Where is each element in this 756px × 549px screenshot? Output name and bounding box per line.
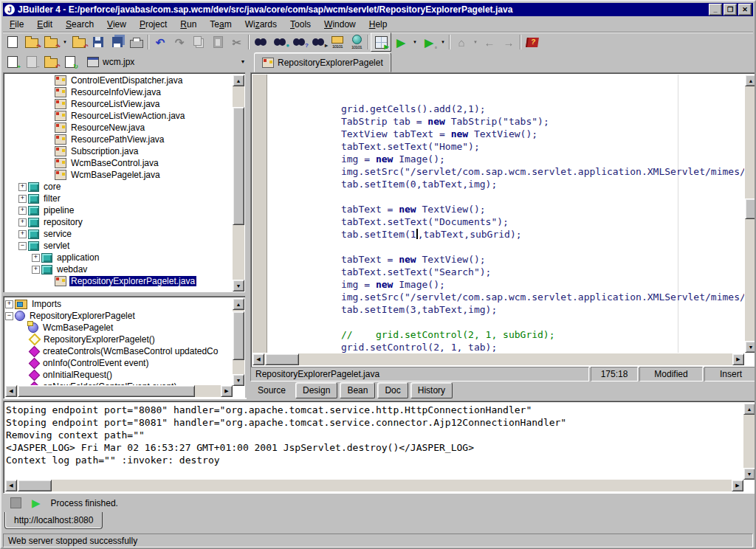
home-dropdown[interactable]: ▼ — [471, 33, 480, 51]
new-file-button[interactable] — [3, 33, 22, 51]
tab-source[interactable]: Source — [250, 382, 293, 398]
project-tree-item[interactable]: + service — [5, 228, 233, 240]
menu-wizards[interactable]: Wizards — [238, 17, 284, 32]
scroll-down-icon[interactable]: ▼ — [233, 280, 244, 291]
tree-expander[interactable]: + — [18, 207, 27, 215]
scroll-down-icon[interactable]: ▼ — [743, 468, 755, 480]
save-all-button[interactable] — [108, 33, 127, 51]
add-to-project-button[interactable]: + — [3, 53, 22, 71]
back-button[interactable]: ← — [480, 33, 499, 51]
maximize-button[interactable]: ❒ — [724, 4, 737, 15]
scroll-left-icon[interactable]: ◀ — [5, 385, 17, 397]
structure-tree-item[interactable]: onInfo(ControlEvent event) — [5, 357, 233, 369]
debug-dropdown[interactable]: ▼ — [439, 33, 447, 51]
open-project-button[interactable]: ↷ — [22, 33, 41, 51]
run-dropdown[interactable]: ▼ — [410, 33, 419, 51]
project-tree-scrollbar[interactable]: ▲ ▼ — [233, 75, 244, 291]
scroll-up-icon[interactable]: ▲ — [745, 75, 756, 86]
tree-expander[interactable]: + — [18, 183, 27, 191]
print-button[interactable] — [127, 33, 146, 51]
structure-scrollbar-vertical[interactable]: ▲ ▼ — [233, 298, 244, 386]
menu-run[interactable]: Run — [173, 17, 203, 32]
scroll-left-icon[interactable]: ◀ — [5, 480, 17, 491]
scroll-up-icon[interactable]: ▲ — [743, 403, 755, 415]
scrollbar-thumb[interactable] — [233, 311, 244, 360]
paste-button[interactable] — [208, 33, 227, 51]
console-output[interactable]: Stoping endpoint port="8080" handler="or… — [6, 404, 743, 480]
run-icon[interactable]: ▶ — [32, 497, 41, 508]
scroll-down-icon[interactable]: ▼ — [745, 341, 756, 353]
make-project-button[interactable] — [371, 32, 391, 52]
scroll-up-icon[interactable]: ▲ — [233, 75, 244, 86]
tree-expander[interactable]: + — [18, 230, 27, 238]
project-tree-item[interactable]: ResourcePathView.java — [5, 134, 233, 145]
search-source-path-button[interactable]: 10101 — [328, 33, 347, 51]
project-tree-item[interactable]: Subscription.java — [5, 145, 233, 157]
content-tab-repositoryexplorerpagelet[interactable]: RepositoryExplorerPagelet — [254, 52, 391, 72]
forward-button[interactable]: → — [499, 33, 518, 51]
remove-from-project-button[interactable]: − — [22, 53, 41, 71]
tree-expander[interactable]: − — [5, 312, 13, 320]
tab-bean[interactable]: Bean — [340, 382, 375, 398]
tab-design[interactable]: Design — [295, 382, 337, 398]
tree-expander[interactable] — [45, 137, 53, 143]
tab-doc[interactable]: Doc — [377, 382, 408, 398]
structure-tree-item[interactable]: WcmBasePagelet — [5, 322, 233, 334]
tree-expander[interactable]: + — [32, 254, 40, 262]
tree-expander[interactable] — [45, 172, 53, 179]
tree-expander[interactable] — [45, 278, 53, 285]
redo-button[interactable]: ↷ — [170, 33, 189, 51]
search-classes-button[interactable]: 10101 — [347, 33, 366, 51]
scroll-right-icon[interactable]: ▶ — [732, 480, 743, 491]
close-button[interactable]: ✕ — [738, 4, 752, 15]
tree-expander[interactable] — [45, 148, 53, 155]
structure-tree-item[interactable]: + Imports — [5, 298, 233, 310]
tree-expander[interactable] — [45, 113, 53, 120]
menu-tools[interactable]: Tools — [284, 17, 317, 32]
project-selector-dropdown-icon[interactable]: ▼ — [238, 56, 248, 68]
structure-scrollbar-horizontal[interactable]: ◀ ▶ — [5, 385, 233, 397]
structure-tree-item[interactable]: − RepositoryExplorerPagelet — [5, 310, 233, 322]
tree-expander[interactable]: + — [5, 300, 13, 308]
scrollbar-thumb[interactable] — [18, 480, 52, 491]
replace-button[interactable]: ● — [270, 33, 289, 51]
scrollbar-thumb[interactable] — [745, 198, 756, 219]
undo-button[interactable]: ↶ — [151, 33, 170, 51]
menu-file[interactable]: File — [3, 17, 30, 32]
scroll-left-icon[interactable]: ◀ — [252, 353, 264, 365]
tree-expander[interactable] — [45, 125, 53, 131]
code-area[interactable]: grid.getCells().add(2,1); TabStrip tab =… — [267, 75, 744, 353]
project-tree-item[interactable]: WcmBaseControl.java — [5, 157, 233, 169]
editor-scrollbar-vertical[interactable]: ▲ ▼ — [745, 75, 756, 353]
tree-expander[interactable]: + — [18, 218, 27, 227]
minimize-button[interactable]: _ — [709, 4, 722, 15]
cut-button[interactable]: ✂ — [227, 33, 247, 51]
find-button[interactable] — [251, 33, 270, 51]
open-file-button[interactable]: ↷ — [41, 33, 61, 51]
menu-window[interactable]: Window — [317, 17, 362, 32]
refresh-project-button[interactable]: ↻ — [61, 53, 80, 71]
project-tree-item[interactable]: + repository — [5, 216, 233, 228]
scrollbar-thumb[interactable] — [233, 107, 244, 225]
tree-expander[interactable] — [45, 77, 53, 84]
home-button[interactable]: ⌂ — [452, 33, 471, 51]
editor-scrollbar-horizontal[interactable]: ◀ ▶ — [252, 353, 744, 365]
tree-expander[interactable] — [45, 101, 53, 108]
tree-expander[interactable] — [45, 89, 53, 96]
tree-expander[interactable]: + — [18, 195, 27, 203]
project-tree-item[interactable]: WcmBasePagelet.java — [5, 169, 233, 181]
stop-icon[interactable] — [10, 497, 21, 508]
reopen-button[interactable]: ↶ — [69, 33, 89, 51]
project-tree-item[interactable]: ResourceNew.java — [5, 122, 233, 134]
project-tree-item[interactable]: + filter — [5, 193, 233, 204]
tab-localhost-8080[interactable]: http://localhost:8080 — [4, 512, 103, 529]
menu-edit[interactable]: Edit — [30, 17, 59, 32]
project-tree-item[interactable]: ResourceInfoView.java — [5, 86, 233, 98]
structure-tree-item[interactable]: onInitialRequest() — [5, 369, 233, 381]
open-file-dropdown[interactable]: ▼ — [61, 33, 69, 51]
run-project-button[interactable]: ▶ — [391, 33, 410, 51]
save-button[interactable] — [89, 33, 108, 51]
browse-symbol-button[interactable]: ▸ — [309, 33, 328, 51]
menu-help[interactable]: Help — [362, 17, 394, 32]
menu-view[interactable]: View — [100, 17, 133, 32]
